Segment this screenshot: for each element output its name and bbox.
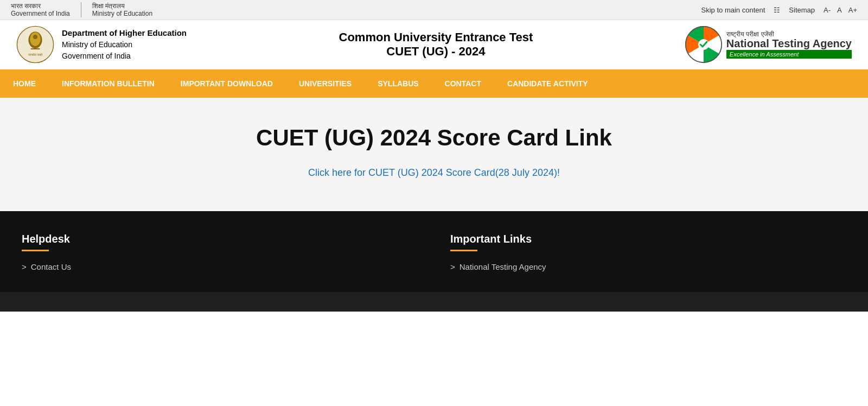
chevron-right-icon-2: > <box>450 262 455 271</box>
svg-rect-4 <box>32 47 38 48</box>
hindi-gov: भारत सरकार <box>11 2 41 10</box>
footer-cols: Helpdesk > Contact Us Important Links > … <box>22 233 846 276</box>
nav-home[interactable]: HOME <box>0 69 49 98</box>
contact-us-link[interactable]: > Contact Us <box>22 262 418 271</box>
footer-bottom <box>0 292 868 312</box>
font-large-btn[interactable]: A+ <box>848 6 857 14</box>
dept-title: Department of Higher Education <box>62 27 187 40</box>
font-medium-btn[interactable]: A <box>837 6 842 14</box>
nta-logo: राष्ट्रीय परीक्षा एजेंसी National Testin… <box>685 26 852 63</box>
nta-link[interactable]: > National Testing Agency <box>450 262 846 271</box>
accessibility-controls: A- A A+ <box>824 6 857 14</box>
footer-important-links: Important Links > National Testing Agenc… <box>450 233 846 276</box>
gov-bar-left: भारत सरकार Government of India शिक्षा मं… <box>11 2 152 17</box>
nta-english-text: National Testing Agency <box>726 38 852 49</box>
header: सत्यमेव जयते Department of Higher Educat… <box>0 20 868 69</box>
svg-rect-5 <box>31 48 40 49</box>
main-content: CUET (UG) 2024 Score Card Link Click her… <box>0 98 868 211</box>
header-center: Common University Entrance Test CUET (UG… <box>187 30 685 59</box>
sitemap-link[interactable]: Sitemap <box>789 6 815 14</box>
footer-helpdesk: Helpdesk > Contact Us <box>22 233 418 276</box>
nta-link-label: National Testing Agency <box>459 262 546 271</box>
dept-line3: Government of India <box>62 50 187 62</box>
nav-syllabus[interactable]: SYLLABUS <box>365 69 431 98</box>
header-left: सत्यमेव जयते Department of Higher Educat… <box>16 26 187 64</box>
sitemap-icon: ☷ <box>774 6 780 14</box>
nav-info-bulletin[interactable]: INFORMATION BULLETIN <box>49 69 168 98</box>
emblem-icon: सत्यमेव जयते <box>16 26 54 64</box>
svg-text:सत्यमेव जयते: सत्यमेव जयते <box>28 53 43 56</box>
score-card-link[interactable]: Click here for CUET (UG) 2024 Score Card… <box>308 167 560 179</box>
gov-english: Government of India <box>11 10 70 17</box>
important-links-underline <box>450 250 477 251</box>
important-links-title: Important Links <box>450 233 846 245</box>
footer-main: Helpdesk > Contact Us Important Links > … <box>0 211 868 292</box>
font-small-btn[interactable]: A- <box>824 6 831 14</box>
navbar: HOME INFORMATION BULLETIN IMPORTANT DOWN… <box>0 69 868 98</box>
svg-point-3 <box>33 35 37 39</box>
gov-india: भारत सरकार Government of India <box>11 2 70 17</box>
chevron-right-icon: > <box>22 262 27 271</box>
helpdesk-underline <box>22 250 49 251</box>
header-dept: Department of Higher Education Ministry … <box>62 27 187 62</box>
helpdesk-title: Helpdesk <box>22 233 418 245</box>
nav-important-download[interactable]: IMPORTANT DOWNLOAD <box>168 69 286 98</box>
nta-text-block: राष्ट्रीय परीक्षा एजेंसी National Testin… <box>726 30 852 59</box>
dept-line2: Ministry of Education <box>62 39 187 50</box>
nav-contact[interactable]: CONTACT <box>432 69 494 98</box>
sub-title: CUET (UG) - 2024 <box>187 45 685 59</box>
nav-candidate-activity[interactable]: CANDIDATE ACTIVITY <box>494 69 601 98</box>
gov-bar: भारत सरकार Government of India शिक्षा मं… <box>0 0 868 20</box>
contact-us-label: Contact Us <box>31 262 71 271</box>
main-title: Common University Entrance Test <box>187 30 685 45</box>
ministry-india: शिक्षा मंत्रालय Ministry of Education <box>81 2 152 17</box>
nta-hindi-text: राष्ट्रीय परीक्षा एजेंसी <box>726 30 852 38</box>
hindi-ministry: शिक्षा मंत्रालय <box>92 2 125 10</box>
skip-to-main[interactable]: Skip to main content <box>701 6 765 14</box>
header-right: राष्ट्रीय परीक्षा एजेंसी National Testin… <box>685 26 852 63</box>
gov-bar-right: Skip to main content ☷ Sitemap A- A A+ <box>701 6 857 14</box>
nta-logo-icon <box>685 26 722 63</box>
nta-tagline: Excellence in Assessment <box>726 50 852 59</box>
page-title: CUET (UG) 2024 Score Card Link <box>256 125 612 151</box>
nav-universities[interactable]: UNIVERSITIES <box>286 69 365 98</box>
ministry-english: Ministry of Education <box>92 10 152 17</box>
